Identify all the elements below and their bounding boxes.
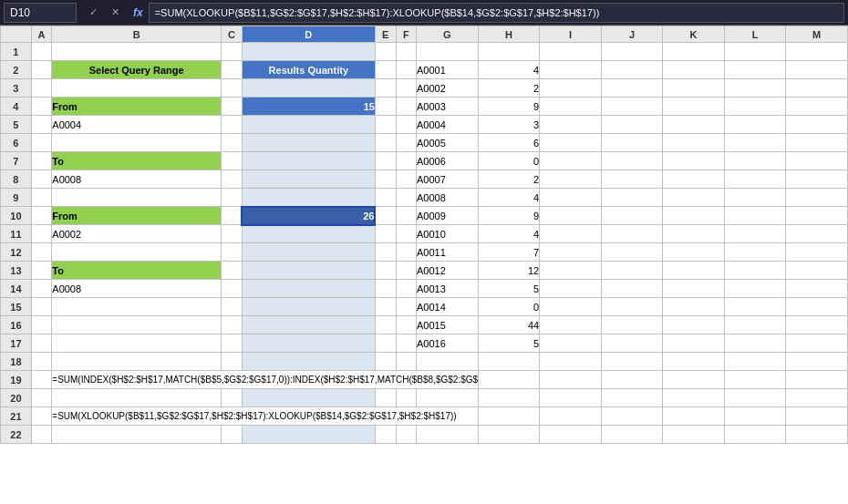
- row-header-1[interactable]: 1: [1, 43, 32, 61]
- cell-b12[interactable]: [52, 243, 222, 262]
- cell-j2[interactable]: [601, 61, 663, 79]
- cell-h15[interactable]: 0: [478, 298, 540, 316]
- cell-i17[interactable]: [540, 334, 602, 353]
- cell-g9[interactable]: A0008: [417, 189, 479, 207]
- cell-l22[interactable]: [724, 426, 786, 444]
- cell-i4[interactable]: [540, 98, 602, 116]
- name-box[interactable]: D10: [4, 3, 77, 23]
- cell-k5[interactable]: [663, 116, 725, 134]
- cell-f4[interactable]: [396, 98, 417, 116]
- cell-g12[interactable]: A0011: [417, 243, 479, 262]
- cell-d16[interactable]: [242, 316, 375, 334]
- cell-i9[interactable]: [540, 189, 602, 207]
- cell-j14[interactable]: [601, 280, 663, 298]
- col-header-h[interactable]: H: [478, 26, 540, 43]
- cell-c3[interactable]: [222, 79, 243, 98]
- cell-l12[interactable]: [724, 243, 786, 262]
- cell-j16[interactable]: [601, 316, 663, 334]
- cell-c15[interactable]: [222, 298, 243, 316]
- cell-d4[interactable]: 15: [242, 98, 375, 116]
- row-header-13[interactable]: 13: [1, 262, 32, 280]
- cell-d9[interactable]: [242, 189, 375, 207]
- cell-b16[interactable]: [52, 316, 222, 334]
- cell-h21[interactable]: [478, 407, 540, 426]
- cell-d1[interactable]: [242, 43, 375, 61]
- cell-a1[interactable]: [31, 43, 52, 61]
- cell-results-qty-btn[interactable]: Results Quantity: [242, 61, 375, 79]
- cell-h19[interactable]: [478, 371, 540, 389]
- col-header-i[interactable]: I: [540, 26, 602, 43]
- cell-m3[interactable]: [786, 79, 848, 98]
- cell-d7[interactable]: [242, 152, 375, 170]
- cell-a16[interactable]: [31, 316, 52, 334]
- col-header-j[interactable]: J: [601, 26, 663, 43]
- cell-i3[interactable]: [540, 79, 602, 98]
- cell-k12[interactable]: [663, 243, 725, 262]
- col-header-a[interactable]: A: [31, 26, 52, 43]
- row-header-10[interactable]: 10: [1, 207, 32, 225]
- cell-l2[interactable]: [724, 61, 786, 79]
- cell-j9[interactable]: [601, 189, 663, 207]
- cell-k22[interactable]: [663, 426, 725, 444]
- cell-k4[interactable]: [663, 98, 725, 116]
- row-header-4[interactable]: 4: [1, 98, 32, 116]
- cell-k8[interactable]: [663, 170, 725, 189]
- cell-h11[interactable]: 4: [478, 225, 540, 243]
- cell-f20[interactable]: [396, 389, 417, 407]
- cell-b22[interactable]: [52, 426, 222, 444]
- cell-l13[interactable]: [724, 262, 786, 280]
- cell-k21[interactable]: [663, 407, 725, 426]
- cell-j4[interactable]: [601, 98, 663, 116]
- row-header-11[interactable]: 11: [1, 225, 32, 243]
- cell-h14[interactable]: 5: [478, 280, 540, 298]
- cell-f16[interactable]: [396, 316, 417, 334]
- cell-i7[interactable]: [540, 152, 602, 170]
- cell-l18[interactable]: [724, 353, 786, 371]
- cell-c6[interactable]: [222, 134, 243, 152]
- cell-h10[interactable]: 9: [478, 207, 540, 225]
- row-header-15[interactable]: 15: [1, 298, 32, 316]
- cell-g7[interactable]: A0006: [417, 152, 479, 170]
- cell-k19[interactable]: [663, 371, 725, 389]
- cell-d5[interactable]: [242, 116, 375, 134]
- cell-i1[interactable]: [540, 43, 602, 61]
- cell-a21[interactable]: [31, 407, 52, 426]
- cell-j19[interactable]: [601, 371, 663, 389]
- cell-h4[interactable]: 9: [478, 98, 540, 116]
- cell-m9[interactable]: [786, 189, 848, 207]
- cell-a4[interactable]: [31, 98, 52, 116]
- row-header-12[interactable]: 12: [1, 243, 32, 262]
- cell-c12[interactable]: [222, 243, 243, 262]
- cell-k17[interactable]: [663, 334, 725, 353]
- cell-a20[interactable]: [31, 389, 52, 407]
- cell-m18[interactable]: [786, 353, 848, 371]
- cell-e16[interactable]: [375, 316, 396, 334]
- cell-d8[interactable]: [242, 170, 375, 189]
- cell-m11[interactable]: [786, 225, 848, 243]
- cell-f2[interactable]: [396, 61, 417, 79]
- row-header-19[interactable]: 19: [1, 371, 32, 389]
- cell-f12[interactable]: [396, 243, 417, 262]
- cell-d6[interactable]: [242, 134, 375, 152]
- cell-h5[interactable]: 3: [478, 116, 540, 134]
- cell-k13[interactable]: [663, 262, 725, 280]
- cell-j17[interactable]: [601, 334, 663, 353]
- cell-a17[interactable]: [31, 334, 52, 353]
- cell-b5-from1val[interactable]: A0004: [52, 116, 222, 134]
- cell-h17[interactable]: 5: [478, 334, 540, 353]
- cell-f6[interactable]: [396, 134, 417, 152]
- cell-a11[interactable]: [31, 225, 52, 243]
- cell-e17[interactable]: [375, 334, 396, 353]
- cell-b9[interactable]: [52, 189, 222, 207]
- cell-g11[interactable]: A0010: [417, 225, 479, 243]
- cell-e22[interactable]: [375, 426, 396, 444]
- cell-c14[interactable]: [222, 280, 243, 298]
- cell-h20[interactable]: [478, 389, 540, 407]
- cell-j1[interactable]: [601, 43, 663, 61]
- cell-m17[interactable]: [786, 334, 848, 353]
- cell-d11[interactable]: [242, 225, 375, 243]
- col-header-g[interactable]: G: [417, 26, 479, 43]
- cell-c22[interactable]: [222, 426, 243, 444]
- cell-m5[interactable]: [786, 116, 848, 134]
- cell-m4[interactable]: [786, 98, 848, 116]
